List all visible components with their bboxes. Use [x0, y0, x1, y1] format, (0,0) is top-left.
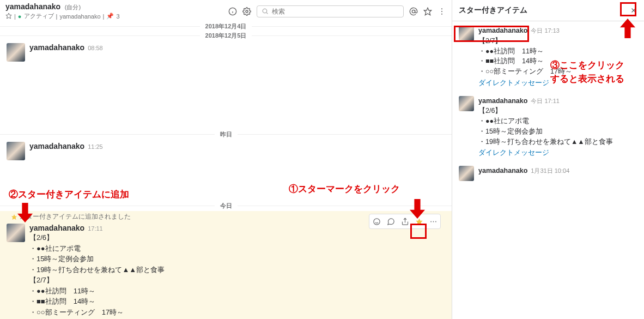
message-user[interactable]: yamadahanako: [29, 142, 84, 151]
search-icon: [262, 8, 269, 15]
starred-item[interactable]: yamadahanako1月31日 10:04: [452, 161, 644, 184]
starred-pane: スター付きアイテム yamadahanako今日 17:13 【2/7】 ・●●…: [452, 0, 644, 319]
more-actions-button[interactable]: [426, 214, 440, 228]
svg-marker-17: [416, 218, 423, 225]
search-box[interactable]: [257, 5, 404, 17]
message-user[interactable]: yamadahanako: [29, 43, 84, 52]
svg-point-18: [430, 221, 432, 222]
star-icon[interactable]: [5, 13, 12, 20]
search-input[interactable]: [272, 8, 399, 15]
message-user[interactable]: yamadahanako: [29, 224, 84, 232]
channel-header: yamadahanako (自分) | ● アクティブ | yamadahana…: [0, 0, 452, 21]
message-time: 08:58: [88, 45, 103, 51]
reaction-button[interactable]: [369, 214, 384, 228]
message-time: 17:11: [88, 225, 103, 232]
svg-point-20: [435, 221, 436, 222]
presence-target: yamadahanako: [59, 13, 100, 20]
avatar[interactable]: [7, 224, 25, 242]
star-items-icon[interactable]: [423, 7, 432, 16]
item-time: 1月31日 10:04: [531, 166, 569, 176]
date-divider: 2018年12月5日: [0, 32, 452, 40]
item-source[interactable]: ダイレクトメッセージ: [478, 78, 637, 88]
avatar[interactable]: [459, 166, 474, 181]
starred-item[interactable]: yamadahanako今日 17:13 【2/7】 ・●●社訪問 11時～ ・…: [452, 21, 644, 92]
channel-title: yamadahanako: [5, 2, 60, 11]
starred-item[interactable]: yamadahanako今日 17:11 【2/6】 ・●●社にアポ電 ・15時…: [452, 92, 644, 162]
message-text: 【2/6】 ・●●社にアポ電 ・15時～定例会参加 ・19時～打ち合わせを兼ねて…: [29, 232, 445, 317]
svg-point-5: [263, 9, 267, 13]
svg-marker-8: [424, 8, 431, 15]
channel-self-label: (自分): [65, 4, 81, 10]
presence-dot-icon: ●: [18, 13, 22, 20]
svg-point-7: [412, 10, 415, 13]
date-divider: 2018年12月4日: [0, 22, 452, 31]
message[interactable]: yamadahanako17:11 【2/6】 ・●●社にアポ電 ・15時～定例…: [0, 221, 452, 319]
svg-point-10: [441, 11, 442, 12]
item-time: 今日 17:13: [531, 26, 560, 35]
avatar[interactable]: [459, 26, 474, 41]
svg-point-11: [441, 13, 442, 14]
close-icon[interactable]: [630, 7, 637, 14]
item-user: yamadahanako: [478, 166, 527, 176]
pin-count: 3: [116, 13, 119, 20]
info-icon[interactable]: [228, 7, 237, 16]
svg-marker-12: [11, 214, 17, 220]
item-source[interactable]: ダイレクトメッセージ: [478, 148, 637, 158]
more-icon[interactable]: [438, 7, 446, 16]
thread-button[interactable]: [384, 214, 398, 228]
message-time: 11:25: [88, 143, 103, 150]
item-time: 今日 17:11: [531, 97, 560, 106]
share-button[interactable]: [398, 214, 412, 228]
avatar[interactable]: [7, 142, 25, 160]
item-user: yamadahanako: [478, 96, 527, 106]
message-actions: [369, 214, 441, 229]
star-button[interactable]: [412, 214, 426, 228]
date-divider: 昨日: [0, 130, 452, 139]
message[interactable]: yamadahanako11:25: [0, 140, 452, 162]
svg-point-9: [441, 8, 442, 9]
svg-point-19: [433, 221, 434, 222]
svg-line-6: [266, 13, 268, 14]
pane-title: スター付きアイテム: [459, 5, 527, 15]
date-divider: 今日: [0, 202, 452, 210]
item-user: yamadahanako: [478, 26, 527, 36]
mention-icon[interactable]: [409, 7, 418, 16]
message-list: 2018年12月4日 2018年12月5日 yamadahanako08:58 …: [0, 21, 452, 319]
svg-point-13: [373, 218, 379, 224]
svg-point-4: [246, 10, 248, 13]
svg-marker-0: [6, 13, 11, 19]
star-icon: [11, 214, 17, 220]
pin-icon[interactable]: 📌: [106, 13, 114, 20]
message[interactable]: yamadahanako08:58: [0, 41, 452, 64]
active-label: アクティブ: [24, 12, 54, 20]
avatar[interactable]: [7, 43, 25, 62]
gear-icon[interactable]: [242, 7, 251, 16]
avatar[interactable]: [459, 96, 474, 111]
